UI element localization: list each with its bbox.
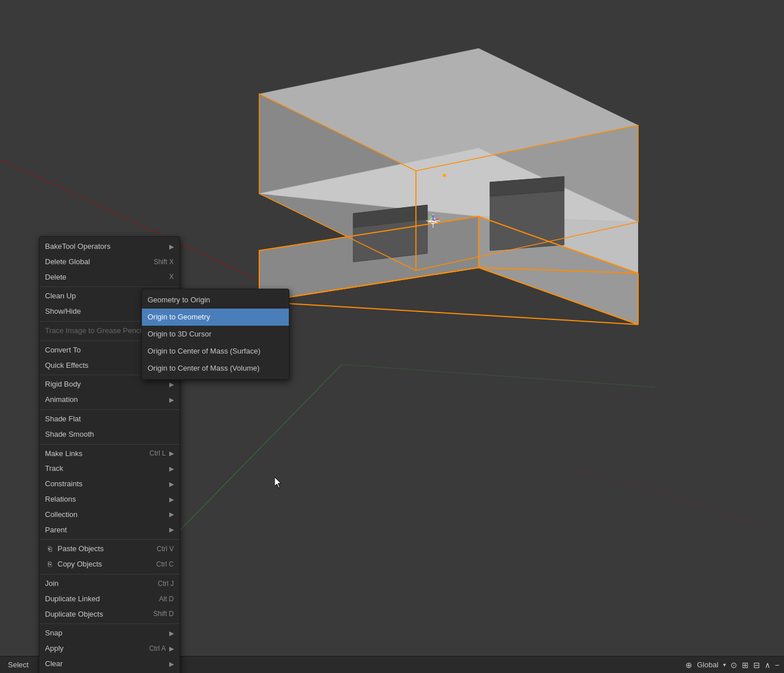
copy-icon: ⎘ [45,560,54,569]
viewport-icon-6[interactable]: − [775,660,779,670]
menu-item-snap[interactable]: Snap ▶ [39,626,179,641]
menu-item-shade-flat[interactable]: Shade Flat [39,412,179,427]
separator-6 [39,444,179,445]
submenu-item-origin-to-3d-cursor[interactable]: Origin to 3D Cursor [142,326,289,343]
viewport-icon-5[interactable]: ∧ [765,660,770,670]
submenu-item-origin-to-geometry[interactable]: Origin to Geometry [142,309,289,326]
set-origin-submenu: Geometry to Origin Origin to Geometry Or… [141,289,289,380]
menu-item-apply[interactable]: Apply Ctrl A ▶ [39,641,179,656]
dropdown-arrow[interactable]: ▾ [723,662,726,668]
viewport-icon-1[interactable]: ⊕ [685,660,692,670]
separator-5 [39,409,179,410]
menu-item-duplicate-objects[interactable]: Duplicate Objects Shift D [39,607,179,622]
menu-item-join[interactable]: Join Ctrl J [39,576,179,592]
menu-item-animation[interactable]: Animation ▶ [39,392,179,408]
menu-item-collection[interactable]: Collection ▶ [39,507,179,523]
svg-point-34 [443,174,446,177]
menu-item-clear[interactable]: Clear ▶ [39,656,179,672]
menu-item-parent[interactable]: Parent ▶ [39,523,179,538]
menu-item-shade-smooth[interactable]: Shade Smooth [39,427,179,442]
submenu-item-origin-to-center-surface[interactable]: Origin to Center of Mass (Surface) [142,343,289,360]
menu-item-delete-global[interactable]: Delete Global Shift X [39,255,179,270]
menu-item-make-links[interactable]: Make Links Ctrl L ▶ [39,446,179,462]
menu-item-relations[interactable]: Relations ▶ [39,492,179,507]
menu-item-paste-objects[interactable]: ⎗ Paste Objects Ctrl V [39,541,179,557]
viewport-icon-4[interactable]: ⊟ [753,660,760,670]
viewport-icon-3[interactable]: ⊞ [742,660,749,670]
menu-item-copy-objects[interactable]: ⎘ Copy Objects Ctrl C [39,557,179,572]
menu-item-constraints[interactable]: Constraints ▶ [39,477,179,492]
submenu-item-origin-to-center-volume[interactable]: Origin to Center of Mass (Volume) [142,360,289,377]
separator-9 [39,623,179,624]
menu-item-baketool[interactable]: BakeTool Operators ▶ [39,239,179,255]
separator-1 [39,286,179,287]
viewport-icon-2[interactable]: ⊙ [730,660,737,670]
global-dropdown[interactable]: Global [697,660,718,669]
svg-line-3 [342,364,655,387]
menu-item-track[interactable]: Track ▶ [39,461,179,477]
svg-line-4 [570,467,781,530]
bottom-select-btn[interactable]: Select [5,659,32,670]
separator-7 [39,539,179,540]
menu-item-duplicate-linked[interactable]: Duplicate Linked Alt D [39,592,179,607]
menu-item-delete[interactable]: Delete X [39,270,179,285]
paste-icon: ⎗ [45,545,54,554]
submenu-item-geometry-to-origin[interactable]: Geometry to Origin [142,292,289,309]
separator-8 [39,574,179,574]
